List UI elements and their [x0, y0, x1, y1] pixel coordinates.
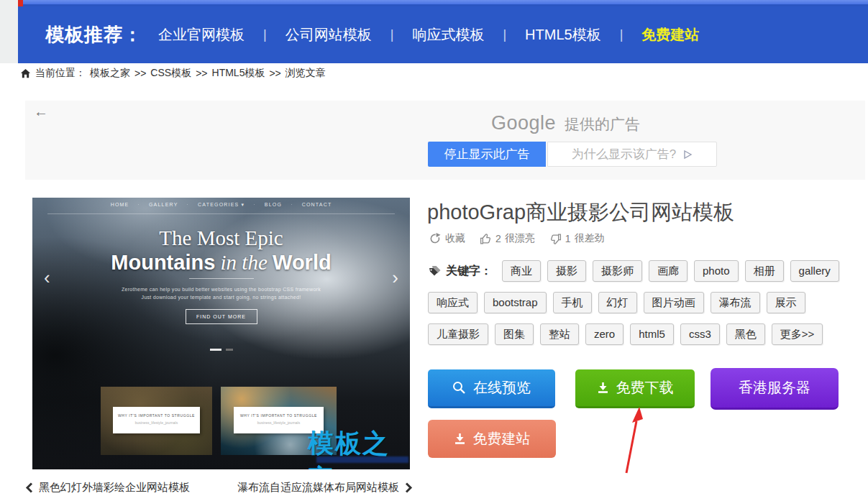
hk-server-button[interactable]: 香港服务器	[711, 368, 839, 410]
preview-mini-nav: HOME· GALLERY· CATEGORIES ▾· BLOG· CONTA…	[32, 202, 410, 208]
top-strip-blue-bar	[23, 0, 868, 6]
favorite-action[interactable]: 收藏	[429, 232, 465, 245]
template-preview-image[interactable]: HOME· GALLERY· CATEGORIES ▾· BLOG· CONTA…	[32, 198, 410, 469]
carousel-dot-active	[210, 349, 221, 351]
recommend-nav-title: 模板推荐：	[45, 22, 142, 47]
annotation-arrow	[613, 404, 653, 480]
keyword-tag[interactable]: 儿童摄影	[428, 323, 488, 345]
stop-showing-ad-button[interactable]: 停止显示此广告	[428, 142, 546, 167]
left-gutter	[0, 0, 18, 63]
tags-icon	[428, 265, 442, 277]
ad-caption: 提供的广告	[565, 114, 640, 134]
nav-separator: |	[503, 27, 506, 42]
page-title: photoGrap商业摄影公司网站模板	[427, 198, 859, 227]
breadcrumb-item-css[interactable]: CSS模板	[150, 67, 191, 80]
nav-link-responsive[interactable]: 响应式模板	[412, 25, 484, 45]
google-logo-text: Google	[491, 112, 556, 134]
ad-buttons: 停止显示此广告 为什么显示该广告?	[428, 142, 717, 167]
adchoices-icon	[682, 150, 693, 160]
preview-card-subtitle: business_lifestyle_journals	[113, 420, 200, 425]
preview-heading-italic: in the	[215, 251, 273, 274]
keyword-tag[interactable]: 摄影	[547, 260, 586, 282]
keyword-tag[interactable]: photo	[694, 260, 739, 282]
share-collect-icon	[429, 233, 442, 244]
carousel-prev-icon: ‹	[44, 268, 50, 287]
breadcrumb-sep: >>	[269, 68, 280, 79]
keyword-tag[interactable]: 幻灯	[598, 292, 637, 313]
nav-link-company[interactable]: 公司网站模板	[285, 25, 372, 45]
search-icon	[452, 381, 466, 395]
carousel-next-icon: ›	[392, 268, 398, 287]
keyword-tag[interactable]: 展示	[767, 292, 805, 313]
preview-heading-bold2: World	[273, 251, 332, 274]
nav-separator: |	[390, 27, 394, 42]
next-template-link[interactable]: 瀑布流自适应流媒体布局网站模板	[237, 481, 413, 495]
breadcrumb-sep: >>	[134, 68, 146, 79]
breadcrumb-item-current: 浏览文章	[285, 67, 326, 80]
home-icon[interactable]	[20, 68, 31, 79]
preview-card-title: WHY IT'S IMPORTANT TO STRUGGLE	[113, 413, 200, 418]
hk-server-label: 香港服务器	[739, 378, 810, 397]
keyword-tag[interactable]: css3	[680, 323, 720, 345]
like-action[interactable]: 2 很漂亮	[480, 232, 535, 245]
keyword-tag[interactable]: 摄影师	[593, 260, 642, 282]
breadcrumb-item-home[interactable]: 模板之家	[90, 67, 130, 80]
article-stats: 收藏 2 很漂亮 1 很差劲	[429, 232, 605, 245]
nav-link-corporate[interactable]: 企业官网模板	[158, 25, 245, 45]
keyword-tag[interactable]: 图集	[495, 323, 534, 345]
nav-separator: |	[263, 27, 267, 42]
free-site-builder-label: 免费建站	[473, 429, 531, 449]
preview-nav-dot: ·	[187, 202, 190, 208]
preview-nav-categories: CATEGORIES ▾	[198, 202, 245, 208]
nav-link-free-site[interactable]: 免费建站	[641, 25, 699, 45]
more-keywords-link[interactable]: 更多>>	[772, 323, 823, 345]
preview-heading-2: Mountains in the World	[32, 251, 410, 275]
keyword-tag[interactable]: gallery	[790, 260, 839, 282]
preview-card-subtitle: business_lifestyle_journals	[234, 420, 324, 425]
site-watermark-url-blur	[316, 456, 408, 463]
keywords-label-text: 关键字：	[446, 264, 492, 279]
keywords-label: 关键字：	[428, 264, 492, 279]
preview-nav-dot: ·	[137, 202, 140, 208]
like-label: 很漂亮	[505, 232, 535, 245]
keyword-tag[interactable]: 图片动画	[644, 292, 704, 313]
why-this-ad-button[interactable]: 为什么显示该广告?	[547, 142, 717, 167]
chevron-left-icon	[25, 482, 33, 493]
keyword-tag[interactable]: bootstrap	[484, 292, 547, 313]
prev-template-label: 黑色幻灯外墙彩绘企业网站模板	[39, 481, 190, 495]
preview-heading-bold1: Mountains	[111, 251, 215, 274]
keyword-tag[interactable]: 黑色	[726, 323, 765, 345]
online-preview-button[interactable]: 在线预览	[428, 369, 555, 408]
why-this-ad-label: 为什么显示该广告?	[572, 146, 676, 162]
free-download-button[interactable]: 免费下载	[575, 369, 695, 408]
keyword-tag[interactable]: 画廊	[649, 260, 687, 282]
keyword-tag[interactable]: 相册	[745, 260, 784, 282]
keyword-row-1: 关键字： 商业 摄影 摄影师 画廊 photo 相册 gallery	[428, 260, 839, 282]
keyword-tag[interactable]: zero	[585, 323, 623, 345]
ad-back-arrow-icon[interactable]: ←	[34, 104, 48, 120]
free-site-builder-button[interactable]: 免费建站	[428, 420, 556, 458]
recommend-nav: 模板推荐： 企业官网模板 | 公司网站模板 | 响应式模板 | HTML5模板 …	[18, 6, 868, 63]
top-strip-red-accent	[18, 0, 23, 6]
keyword-tag[interactable]: 瀑布流	[711, 292, 760, 313]
dislike-action[interactable]: 1 很差劲	[549, 232, 605, 245]
keyword-tag[interactable]: 商业	[502, 260, 541, 282]
preview-card-title: WHY IT'S IMPORTANT TO STRUGGLE	[234, 413, 324, 418]
breadcrumb-item-html5[interactable]: HTML5模板	[212, 67, 265, 80]
keyword-tag[interactable]: html5	[630, 323, 674, 345]
keyword-tag[interactable]: 整站	[540, 323, 579, 345]
chevron-right-icon	[405, 482, 413, 493]
preview-nav-blog: BLOG	[265, 202, 282, 208]
prev-template-link[interactable]: 黑色幻灯外墙彩绘企业网站模板	[25, 481, 190, 495]
preview-subtitle-line2: Just download your template and start go…	[32, 295, 410, 300]
keyword-tag[interactable]: 响应式	[428, 292, 478, 313]
thumbs-down-icon	[549, 233, 562, 245]
download-icon	[597, 382, 609, 394]
top-strip	[18, 0, 868, 6]
ad-attribution: Google 提供的广告	[491, 112, 640, 134]
preview-nav-gallery: GALLERY	[149, 202, 178, 208]
download-icon	[454, 433, 466, 445]
nav-link-html5[interactable]: HTML5模板	[525, 25, 601, 45]
preview-nav-dot: ·	[253, 202, 256, 208]
keyword-tag[interactable]: 手机	[553, 292, 592, 313]
